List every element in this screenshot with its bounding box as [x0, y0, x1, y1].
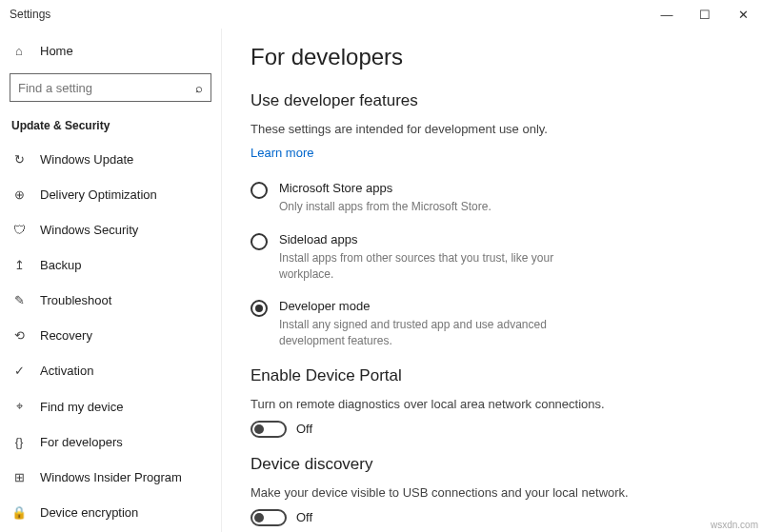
sidebar-item-label: Windows Insider Program — [40, 470, 182, 484]
activation-icon: ✓ — [11, 364, 27, 378]
sidebar-item-label: Device encryption — [40, 505, 138, 520]
search-field[interactable] — [18, 81, 195, 95]
sidebar-item-label: For developers — [40, 435, 123, 449]
shield-icon: 🛡 — [11, 223, 27, 237]
sidebar-item-troubleshoot[interactable]: ✎Troubleshoot — [0, 283, 221, 318]
section-device-discovery: Device discovery — [251, 455, 733, 474]
close-button[interactable]: ✕ — [724, 0, 762, 29]
minimize-button[interactable]: — — [648, 0, 686, 29]
radio-description: Install any signed and trusted app and u… — [279, 317, 584, 349]
radio-option-sideload-apps[interactable]: Sideload appsInstall apps from other sou… — [251, 232, 733, 283]
sidebar-item-for-developers[interactable]: {}For developers — [0, 424, 221, 460]
radio-label: Sideload apps — [279, 232, 584, 246]
sidebar-item-activation[interactable]: ✓Activation — [0, 353, 221, 388]
search-input[interactable]: ⌕ — [10, 73, 211, 102]
sidebar-item-delivery-optimization[interactable]: ⊕Delivery Optimization — [0, 177, 221, 212]
troubleshoot-icon: ✎ — [11, 293, 27, 307]
sidebar-item-label: Troubleshoot — [40, 293, 111, 307]
sidebar-item-label: Windows Update — [40, 152, 133, 167]
recovery-icon: ⟲ — [11, 328, 27, 343]
search-icon: ⌕ — [195, 81, 203, 95]
sidebar-item-device-encryption[interactable]: 🔒Device encryption — [0, 495, 221, 530]
sidebar-item-label: Delivery Optimization — [40, 187, 157, 202]
maximize-button[interactable]: ☐ — [686, 0, 724, 29]
discovery-blurb: Make your device visible to USB connecti… — [251, 485, 733, 500]
sidebar-item-label: Find my device — [40, 400, 123, 414]
dev-mode-radio-group: Microsoft Store appsOnly install apps fr… — [251, 181, 733, 349]
section-device-portal: Enable Device Portal — [251, 366, 733, 385]
learn-more-link[interactable]: Learn more — [251, 146, 313, 160]
sidebar-item-find-my-device[interactable]: ⌖Find my device — [0, 388, 221, 424]
sidebar-item-label: Activation — [40, 364, 93, 378]
sidebar-item-windows-security[interactable]: 🛡Windows Security — [0, 212, 221, 247]
radio-button[interactable] — [251, 300, 268, 317]
home-label: Home — [40, 44, 73, 58]
watermark: wsxdn.com — [711, 520, 758, 530]
radio-label: Developer mode — [279, 299, 584, 313]
portal-toggle-state: Off — [296, 422, 312, 436]
portal-toggle[interactable] — [251, 421, 287, 438]
titlebar: Settings — ☐ ✕ — [0, 0, 762, 29]
insider-icon: ⊞ — [11, 470, 27, 484]
dev-features-blurb: These settings are intended for developm… — [251, 122, 733, 136]
radio-description: Only install apps from the Microsoft Sto… — [279, 199, 491, 215]
page-title: For developers — [251, 44, 733, 70]
sidebar-item-recovery[interactable]: ⟲Recovery — [0, 318, 221, 353]
sidebar: ⌂ Home ⌕ Update & Security ↻Windows Upda… — [0, 29, 222, 532]
category-heading: Update & Security — [0, 109, 221, 142]
delivery-icon: ⊕ — [11, 187, 27, 202]
home-icon: ⌂ — [11, 44, 27, 58]
portal-blurb: Turn on remote diagnostics over local ar… — [251, 397, 733, 411]
main-content: For developers Use developer features Th… — [222, 29, 762, 532]
developers-icon: {} — [11, 435, 27, 449]
sidebar-item-label: Backup — [40, 258, 81, 272]
radio-description: Install apps from other sources that you… — [279, 250, 584, 283]
sidebar-item-label: Windows Security — [40, 223, 138, 237]
sidebar-item-label: Recovery — [40, 328, 92, 343]
radio-button[interactable] — [251, 182, 268, 199]
window-controls: — ☐ ✕ — [648, 0, 762, 29]
find-device-icon: ⌖ — [11, 399, 27, 414]
window-title: Settings — [10, 8, 50, 21]
home-nav[interactable]: ⌂ Home — [0, 36, 221, 66]
discovery-toggle-state: Off — [296, 510, 312, 524]
sidebar-item-windows-insider-program[interactable]: ⊞Windows Insider Program — [0, 460, 221, 495]
sidebar-item-backup[interactable]: ↥Backup — [0, 247, 221, 283]
encryption-icon: 🔒 — [11, 505, 27, 520]
radio-option-developer-mode[interactable]: Developer modeInstall any signed and tru… — [251, 299, 733, 349]
backup-icon: ↥ — [11, 258, 27, 272]
radio-option-microsoft-store-apps[interactable]: Microsoft Store appsOnly install apps fr… — [251, 181, 733, 215]
sidebar-item-windows-update[interactable]: ↻Windows Update — [0, 142, 221, 177]
sync-icon: ↻ — [11, 152, 27, 167]
section-dev-features: Use developer features — [251, 91, 733, 110]
radio-label: Microsoft Store apps — [279, 181, 491, 195]
discovery-toggle[interactable] — [251, 509, 287, 526]
radio-button[interactable] — [251, 233, 268, 250]
